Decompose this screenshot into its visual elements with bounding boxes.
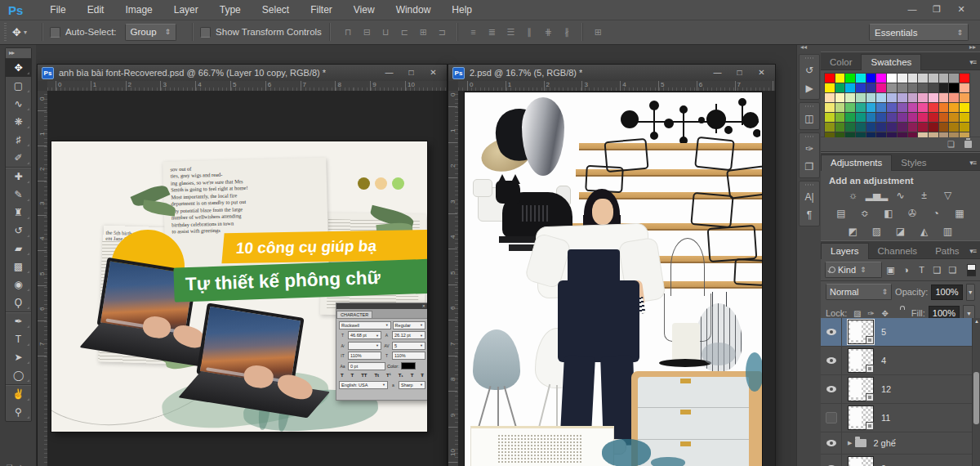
color-swatch[interactable] <box>908 83 918 92</box>
color-swatch[interactable] <box>960 103 969 112</box>
blur-tool[interactable]: ◉ <box>6 276 31 293</box>
doc-minimize-button[interactable]: — <box>706 65 728 80</box>
visibility-toggle[interactable] <box>821 318 842 346</box>
color-swatch[interactable] <box>908 74 918 83</box>
color-swatch[interactable] <box>835 83 845 92</box>
color-swatch[interactable] <box>949 74 959 83</box>
color-swatch[interactable] <box>898 103 907 112</box>
color-balance-icon[interactable]: ≎ <box>858 207 873 220</box>
color-swatch[interactable] <box>949 103 959 112</box>
doc1-titlebar[interactable]: Ps anh bìa bài font-Recovered.psd @ 66.7… <box>38 65 447 82</box>
panel-menu-icon[interactable]: ▾≡ <box>969 247 976 255</box>
history-brush-tool[interactable]: ↺ <box>6 222 31 240</box>
brush-presets-panel-icon[interactable]: ✑ <box>800 140 819 158</box>
color-swatch[interactable] <box>845 83 855 92</box>
layer-row[interactable]: 5 <box>821 318 980 347</box>
panel-menu-icon[interactable]: ▾≡ <box>969 58 976 66</box>
character-panel-icon[interactable]: A| <box>800 188 819 206</box>
eraser-tool[interactable]: ▰ <box>6 240 31 258</box>
color-swatch[interactable] <box>825 132 835 137</box>
color-swatch[interactable] <box>835 103 845 112</box>
text-style-button[interactable]: Tt <box>374 373 379 378</box>
ellipse-tool[interactable]: ◯ <box>6 366 31 384</box>
color-swatch[interactable] <box>908 93 918 102</box>
color-swatch[interactable] <box>856 83 866 92</box>
color-swatch[interactable] <box>918 83 928 92</box>
distribute-horizontal-centers-icon[interactable]: ⋕ <box>539 23 558 41</box>
doc-close-button[interactable]: ✕ <box>751 65 773 80</box>
opacity-dropdown-button[interactable]: ▼ <box>966 284 975 301</box>
color-swatch[interactable] <box>898 123 907 132</box>
distribute-top-edges-icon[interactable]: ≡ <box>457 23 483 41</box>
document-window-2[interactable]: Ps 2.psd @ 16.7% (5, RGB/8) * —□✕ 012345… <box>448 64 776 466</box>
visibility-toggle[interactable] <box>821 455 842 466</box>
text-style-button[interactable]: TT <box>361 373 367 378</box>
color-swatch[interactable] <box>939 83 949 92</box>
color-swatch[interactable] <box>856 103 866 112</box>
color-swatch[interactable] <box>939 113 949 122</box>
color-swatch[interactable] <box>856 132 866 137</box>
black-white-icon[interactable]: ◧ <box>881 207 897 220</box>
menu-window[interactable]: Window <box>385 0 442 20</box>
clone-stamp-tool[interactable]: ♜ <box>6 204 31 222</box>
doc1-canvas[interactable]: the 5th birth- ent Jane Smith sov out of… <box>47 91 447 466</box>
color-swatch[interactable] <box>898 83 907 92</box>
color-swatch[interactable] <box>866 83 876 92</box>
color-swatch[interactable] <box>908 113 918 122</box>
text-style-button[interactable]: T <box>341 373 344 378</box>
horizontal-type-tool[interactable]: T <box>6 330 31 348</box>
color-swatch[interactable] <box>898 74 907 83</box>
color-swatch[interactable] <box>876 93 886 102</box>
delete-swatch-icon[interactable] <box>964 141 972 148</box>
filter-adjustment-layers-icon[interactable]: ◑ <box>898 265 914 276</box>
menu-layer[interactable]: Layer <box>163 0 209 20</box>
color-swatch[interactable] <box>939 103 949 112</box>
menu-edit[interactable]: Edit <box>77 0 115 20</box>
doc-maximize-button[interactable]: □ <box>728 65 751 80</box>
blend-mode-dropdown[interactable]: Normal ⇕ <box>826 284 892 300</box>
color-swatch[interactable] <box>929 93 938 102</box>
show-transform-controls-checkbox[interactable] <box>200 27 211 38</box>
hue-saturation-icon[interactable]: ▤ <box>834 207 849 220</box>
color-swatch[interactable] <box>866 123 876 132</box>
align-right-edges-icon[interactable]: ⊐ <box>433 23 452 41</box>
tab-adjustments[interactable]: Adjustments <box>821 155 892 171</box>
visibility-toggle[interactable] <box>821 375 842 403</box>
menu-file[interactable]: File <box>39 0 76 20</box>
app-close-button[interactable]: ✕ <box>949 1 973 17</box>
color-swatch[interactable] <box>835 93 845 102</box>
quick-selection-tool[interactable]: ❋ <box>6 113 31 131</box>
auto-align-layers-icon[interactable]: ⊞ <box>582 23 608 41</box>
color-swatch[interactable] <box>866 93 876 102</box>
distribute-right-edges-icon[interactable]: ∦ <box>558 23 577 41</box>
brush-tool[interactable]: ✎ <box>6 186 31 204</box>
color-swatch[interactable] <box>898 113 907 122</box>
color-lookup-icon[interactable]: ▦ <box>952 207 968 220</box>
align-left-edges-icon[interactable]: ⊏ <box>395 23 414 41</box>
align-bottom-edges-icon[interactable]: ⊔ <box>376 23 395 41</box>
pen-tool[interactable]: ✒ <box>6 311 31 330</box>
threshold-icon[interactable]: ◪ <box>893 225 908 238</box>
color-swatch[interactable] <box>845 113 855 122</box>
eyedropper-tool[interactable]: ✐ <box>6 149 31 167</box>
color-swatch[interactable] <box>866 132 876 137</box>
document-window-1[interactable]: Ps anh bìa bài font-Recovered.psd @ 66.7… <box>37 64 448 466</box>
color-swatch[interactable] <box>876 132 886 137</box>
opacity-value[interactable]: 100% <box>931 285 962 300</box>
color-swatch[interactable] <box>908 103 918 112</box>
menu-select[interactable]: Select <box>252 0 300 20</box>
app-minimize-button[interactable]: — <box>900 1 924 17</box>
text-style-button[interactable]: Ŧ <box>421 373 424 378</box>
color-swatch[interactable] <box>929 123 938 132</box>
filter-pixel-layers-icon[interactable]: ▣ <box>883 265 898 276</box>
color-swatch[interactable] <box>845 132 855 137</box>
color-swatch[interactable] <box>949 132 959 137</box>
color-swatch[interactable] <box>825 123 835 132</box>
app-restore-button[interactable]: ❐ <box>924 1 949 17</box>
collapse-panels-button[interactable]: ◂◂ <box>797 44 822 52</box>
rectangular-marquee-tool[interactable]: ▢ <box>6 77 31 95</box>
color-swatch[interactable] <box>887 113 897 122</box>
channel-mixer-icon[interactable]: ◔ <box>929 207 944 220</box>
color-swatch[interactable] <box>908 132 918 137</box>
color-swatch[interactable] <box>929 103 938 112</box>
